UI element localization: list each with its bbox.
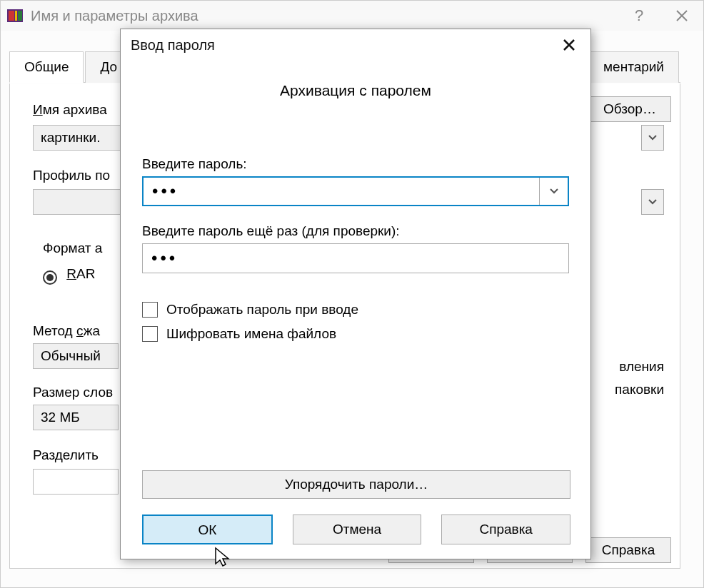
close-icon [676, 10, 688, 21]
split-field[interactable] [33, 469, 119, 495]
password-input[interactable] [144, 178, 539, 205]
format-rar-radio[interactable]: RAR [43, 266, 95, 282]
parent-title: Имя и параметры архива [31, 8, 618, 24]
app-icon [6, 7, 24, 24]
tab-comment[interactable]: ментарий [588, 51, 679, 83]
encrypt-names-label: Шифровать имена файлов [166, 326, 336, 342]
modal-button-row: ОК Отмена Справка [142, 514, 570, 544]
format-label: Формат а [43, 240, 102, 256]
side-label-2: паковки [615, 382, 664, 397]
encrypt-names-checkbox[interactable]: Шифровать имена файлов [142, 326, 569, 342]
modal-titlebar: Ввод пароля [121, 29, 590, 61]
browse-button[interactable]: Обзор… [588, 96, 671, 122]
split-label: Разделить [33, 447, 99, 463]
svg-rect-3 [18, 11, 22, 21]
password-history-dropdown[interactable] [539, 178, 568, 205]
svg-rect-2 [15, 11, 17, 21]
confirm-password-label: Введите пароль ещё раз (для проверки): [142, 223, 569, 239]
parent-titlebar: Имя и параметры архива ? [1, 1, 703, 31]
profile-label: Профиль по [33, 168, 110, 183]
profile-dropdown[interactable] [641, 189, 664, 215]
modal-ok-button[interactable]: ОК [142, 514, 273, 544]
confirm-password-row [142, 243, 569, 273]
password-input-row [142, 176, 569, 206]
enter-password-label: Введите пароль: [142, 156, 569, 172]
organize-passwords-button[interactable]: Упорядочить пароли… [142, 470, 570, 499]
close-button[interactable] [660, 1, 703, 31]
password-dialog: Ввод пароля Архивация с паролем Введите … [120, 29, 591, 559]
modal-help-button[interactable]: Справка [441, 514, 570, 544]
close-icon [563, 39, 575, 51]
archive-name-label: Имя архива [33, 102, 107, 118]
show-password-label: Отображать пароль при вводе [166, 302, 358, 318]
modal-title: Ввод пароля [131, 37, 215, 54]
chevron-down-icon [648, 135, 657, 141]
modal-body: Архивация с паролем Введите пароль: Введ… [121, 61, 590, 342]
svg-rect-1 [9, 11, 14, 21]
archive-name-dropdown[interactable] [641, 125, 664, 151]
dict-field[interactable]: 32 МБ [33, 405, 119, 430]
checkbox-icon [142, 302, 158, 318]
checkbox-icon [142, 326, 158, 342]
chevron-down-icon [550, 188, 558, 194]
parent-help-button[interactable]: Справка [585, 537, 671, 563]
modal-cancel-button[interactable]: Отмена [293, 514, 422, 544]
modal-heading: Архивация с паролем [142, 82, 569, 99]
chevron-down-icon [648, 199, 657, 205]
side-label-1: вления [619, 359, 664, 375]
dict-label: Размер слов [33, 385, 113, 400]
modal-close-button[interactable] [548, 29, 590, 61]
show-password-checkbox[interactable]: Отображать пароль при вводе [142, 302, 569, 318]
radio-checked-icon [43, 270, 57, 285]
method-label: Метод сжа [33, 323, 100, 339]
help-button[interactable]: ? [618, 1, 660, 31]
confirm-password-input[interactable] [143, 244, 568, 273]
tab-general[interactable]: Общие [9, 51, 84, 83]
method-field[interactable]: Обычный [33, 343, 119, 369]
